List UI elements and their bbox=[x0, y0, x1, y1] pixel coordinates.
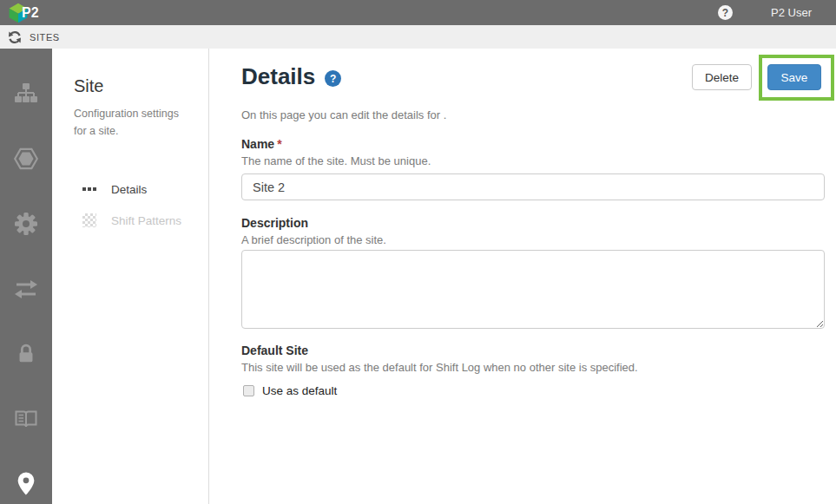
panel-nav-shift-patterns[interactable]: Shift Patterns bbox=[52, 210, 208, 231]
shift-patterns-checker-icon bbox=[82, 213, 96, 227]
section-panel: Site Configuration settings for a site. … bbox=[52, 49, 209, 504]
panel-nav-details-label: Details bbox=[111, 183, 147, 196]
panel-nav-shift-patterns-label: Shift Patterns bbox=[111, 214, 181, 227]
gear-icon bbox=[13, 211, 39, 237]
description-textarea[interactable] bbox=[241, 250, 825, 329]
default-site-label: Default Site bbox=[241, 344, 825, 358]
details-dots-icon bbox=[82, 187, 98, 191]
sidebar-item-settings[interactable] bbox=[0, 191, 52, 256]
delete-button[interactable]: Delete bbox=[692, 64, 752, 90]
main-nav-sidebar bbox=[0, 49, 52, 504]
refresh-icon[interactable] bbox=[8, 30, 22, 44]
help-icon[interactable]: ? bbox=[718, 5, 733, 20]
p2-logo[interactable]: P2 bbox=[7, 2, 39, 24]
page-help-icon[interactable]: ? bbox=[325, 70, 341, 87]
details-form: Details ? On this page you can edit the … bbox=[241, 49, 825, 397]
panel-title: Site bbox=[74, 76, 193, 96]
page-subtitle: On this page you can edit the details fo… bbox=[241, 108, 825, 121]
sidebar-item-logbook[interactable] bbox=[0, 386, 52, 451]
default-site-help: This site will be used as the default fo… bbox=[241, 361, 825, 374]
name-field-label: Name* bbox=[241, 137, 825, 152]
user-menu[interactable]: P2 User bbox=[771, 6, 812, 19]
top-bar: P2 ? P2 User bbox=[0, 0, 836, 25]
required-asterisk: * bbox=[277, 137, 281, 151]
name-input[interactable] bbox=[241, 173, 825, 200]
sidebar-item-sites[interactable] bbox=[0, 451, 52, 504]
name-field-help: The name of the site. Must be unique. bbox=[241, 154, 825, 167]
description-field-help: A brief description of the site. bbox=[241, 233, 825, 246]
breadcrumb-bar: SITES bbox=[0, 25, 836, 49]
panel-description: Configuration settings for a site. bbox=[74, 105, 193, 140]
lock-icon bbox=[14, 342, 38, 366]
sidebar-item-security[interactable] bbox=[0, 321, 52, 386]
sidebar-item-transfer[interactable] bbox=[0, 256, 52, 321]
sidebar-item-hierarchy[interactable] bbox=[0, 61, 52, 126]
breadcrumb-sites[interactable]: SITES bbox=[30, 32, 60, 43]
use-as-default-label[interactable]: Use as default bbox=[262, 384, 337, 397]
panel-nav-details[interactable]: Details bbox=[52, 179, 208, 200]
use-as-default-checkbox[interactable] bbox=[243, 385, 254, 396]
sidebar-item-hexagon[interactable] bbox=[0, 126, 52, 191]
book-icon bbox=[13, 406, 39, 432]
hexagon-icon bbox=[12, 145, 40, 173]
description-field-label: Description bbox=[241, 216, 825, 231]
p2-logo-text: P2 bbox=[22, 5, 39, 21]
hierarchy-icon bbox=[13, 81, 39, 107]
transfer-arrows-icon bbox=[13, 276, 39, 302]
save-button[interactable]: Save bbox=[767, 64, 821, 90]
help-glyph: ? bbox=[722, 7, 728, 19]
page-title: Details bbox=[241, 63, 315, 90]
location-pin-icon bbox=[14, 471, 38, 497]
page-help-glyph: ? bbox=[330, 73, 336, 85]
